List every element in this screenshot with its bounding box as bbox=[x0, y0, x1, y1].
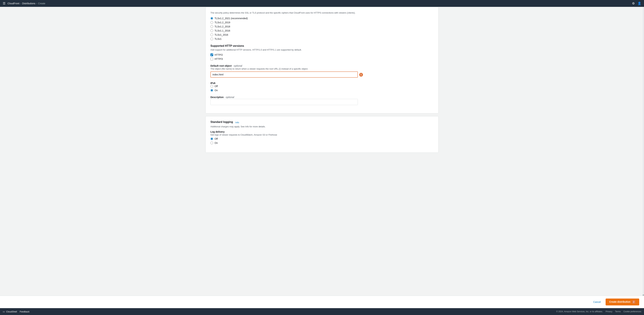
log-off-label: Off bbox=[214, 138, 218, 140]
scrollbar[interactable] bbox=[643, 7, 644, 301]
ipv6-off-option[interactable]: Off bbox=[210, 85, 434, 88]
bottom-bar: ▭ CloudShell Feedback © 2024, Amazon Web… bbox=[0, 308, 644, 315]
ipv6-radio-group: Off On bbox=[210, 85, 434, 92]
cloudshell-button[interactable]: ▭ CloudShell bbox=[3, 310, 17, 313]
security-policy-radio-group: TLSv1.2_2021 (recommended) TLSv1.2_2019 … bbox=[210, 17, 434, 40]
annotation-badge-2: 2 bbox=[632, 300, 636, 304]
tls-radio-2016[interactable] bbox=[210, 34, 213, 36]
bottom-bar-right: © 2024, Amazon Web Services, Inc. or its… bbox=[556, 310, 641, 313]
description-input[interactable] bbox=[210, 99, 358, 105]
tls-label-2016: TLSv1_2016 bbox=[214, 34, 228, 36]
main-content: The security policy determines the SSL o… bbox=[0, 7, 644, 315]
tls-option-2021[interactable]: TLSv1.2_2021 (recommended) bbox=[210, 17, 434, 20]
log-delivery-desc: Get logs of viewer requests to CloudWatc… bbox=[210, 134, 434, 136]
standard-logging-card: Standard logging Info Additional charges… bbox=[206, 116, 438, 153]
http2-option[interactable]: HTTP/2 bbox=[210, 54, 434, 56]
breadcrumb-sep-2: › bbox=[36, 2, 37, 5]
http3-option[interactable]: HTTP/3 bbox=[210, 58, 434, 60]
http2-checkbox[interactable] bbox=[210, 54, 213, 56]
ipv6-off-radio[interactable] bbox=[210, 85, 213, 88]
distributions-link[interactable]: Distributions bbox=[22, 2, 35, 5]
standard-logging-title: Standard logging bbox=[210, 120, 233, 124]
hamburger-icon[interactable]: ☰ bbox=[3, 2, 6, 5]
breadcrumb-current: Create bbox=[38, 2, 45, 5]
default-root-object-label: Default root object - optional bbox=[210, 64, 434, 67]
top-navigation: ☰ CloudFront › Distributions › Create ⚙ … bbox=[0, 0, 644, 7]
tls-radio-1-2016[interactable] bbox=[210, 29, 213, 32]
top-nav-right: ⚙ 👤 bbox=[632, 2, 641, 5]
tls-label-1-2016: TLSv1.1_2016 bbox=[214, 29, 230, 32]
description-label: Description - optional bbox=[210, 96, 434, 98]
breadcrumb: CloudFront › Distributions › Create bbox=[8, 2, 45, 5]
cloudshell-icon: ▭ bbox=[3, 310, 5, 313]
annotation-badge-1: 1 bbox=[359, 73, 363, 76]
ipv6-label: IPv6 bbox=[210, 82, 434, 84]
tls-label-2018: TLSv1.2_2018 bbox=[214, 25, 230, 28]
create-distribution-button[interactable]: Create distribution 2 bbox=[606, 298, 639, 306]
http3-label: HTTP/3 bbox=[214, 58, 223, 60]
ipv6-on-label: On bbox=[214, 89, 218, 92]
log-delivery-radio-group: Off On bbox=[210, 138, 434, 144]
footer-action-bar: Cancel Create distribution 2 bbox=[0, 296, 644, 308]
ipv6-on-option[interactable]: On bbox=[210, 89, 434, 92]
tls-option-2019[interactable]: TLSv1.2_2019 bbox=[210, 21, 434, 24]
ipv6-on-radio[interactable] bbox=[210, 89, 213, 92]
default-root-object-input[interactable] bbox=[210, 72, 358, 78]
tls-option-2018[interactable]: TLSv1.2_2018 bbox=[210, 25, 434, 28]
standard-logging-desc: Additional charges may apply. See Info f… bbox=[210, 125, 434, 128]
http-versions-checkbox-group: HTTP/2 HTTP/3 bbox=[210, 54, 434, 60]
http-versions-title: Supported HTTP versions bbox=[210, 44, 434, 48]
privacy-link[interactable]: Privacy bbox=[606, 310, 612, 313]
security-policy-desc: The security policy determines the SSL o… bbox=[210, 11, 434, 14]
log-off-radio[interactable] bbox=[210, 138, 213, 140]
tls-option-1[interactable]: TLSv1 bbox=[210, 38, 434, 40]
tls-radio-2021[interactable] bbox=[210, 17, 213, 20]
description-section: Description - optional bbox=[210, 96, 434, 105]
ipv6-off-label: Off bbox=[214, 85, 218, 88]
copyright-text: © 2024, Amazon Web Services, Inc. or its… bbox=[556, 310, 603, 313]
cancel-button[interactable]: Cancel bbox=[591, 299, 603, 305]
tls-label-1: TLSv1 bbox=[214, 38, 222, 40]
log-on-label: On bbox=[214, 142, 218, 144]
log-off-option[interactable]: Off bbox=[210, 138, 434, 140]
tls-radio-2018[interactable] bbox=[210, 25, 213, 28]
log-on-option[interactable]: On bbox=[210, 142, 434, 144]
cookie-preferences-link[interactable]: Cookie preferences bbox=[624, 310, 641, 313]
tls-option-1-2016[interactable]: TLSv1.1_2016 bbox=[210, 29, 434, 32]
tls-radio-1[interactable] bbox=[210, 38, 213, 40]
terms-link[interactable]: Terms bbox=[615, 310, 621, 313]
default-root-object-desc: The object (file name) to return when a … bbox=[210, 68, 434, 70]
description-optional: - optional bbox=[224, 96, 234, 98]
cloudshell-label: CloudShell bbox=[6, 310, 17, 313]
http-versions-section: Supported HTTP versions Add support for … bbox=[210, 44, 434, 60]
log-delivery-label: Log delivery bbox=[210, 130, 434, 133]
tls-radio-2019[interactable] bbox=[210, 21, 213, 24]
tls-label-2021: TLSv1.2_2021 (recommended) bbox=[214, 17, 248, 20]
service-link[interactable]: CloudFront bbox=[8, 2, 19, 5]
ipv6-section: IPv6 Off On bbox=[210, 82, 434, 92]
default-root-optional: - optional bbox=[232, 64, 242, 67]
http2-label: HTTP/2 bbox=[214, 54, 223, 56]
tls-label-2019: TLSv1.2_2019 bbox=[214, 21, 230, 24]
settings-icon[interactable]: ⚙ bbox=[632, 2, 635, 5]
standard-logging-info-link[interactable]: Info bbox=[236, 121, 239, 124]
http3-checkbox[interactable] bbox=[210, 58, 213, 60]
http-versions-desc: Add support for additional HTTP versions… bbox=[210, 48, 434, 52]
feedback-button[interactable]: Feedback bbox=[20, 310, 30, 313]
security-policy-card: The security policy determines the SSL o… bbox=[206, 7, 438, 114]
log-delivery-section: Log delivery Get logs of viewer requests… bbox=[210, 130, 434, 144]
tls-option-2016[interactable]: TLSv1_2016 bbox=[210, 34, 434, 36]
log-on-radio[interactable] bbox=[210, 142, 213, 144]
breadcrumb-sep-1: › bbox=[20, 2, 21, 5]
user-icon[interactable]: 👤 bbox=[638, 2, 641, 5]
default-root-object-section: Default root object - optional The objec… bbox=[210, 64, 434, 78]
